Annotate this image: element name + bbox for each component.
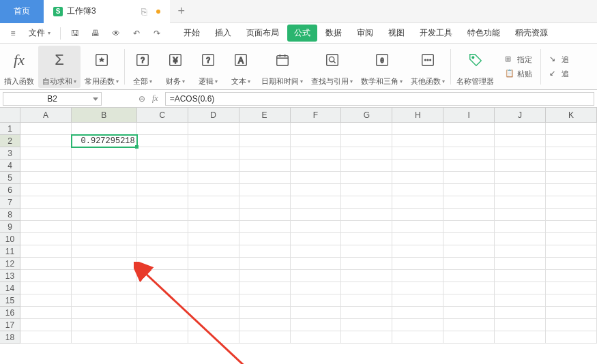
cell[interactable]	[443, 184, 495, 196]
name-manager-button[interactable]: 名称管理器	[452, 46, 498, 88]
cell[interactable]	[546, 184, 597, 196]
row-header[interactable]: 6	[0, 184, 20, 196]
cell[interactable]	[137, 123, 188, 135]
cell[interactable]	[20, 294, 72, 307]
cell[interactable]	[495, 294, 546, 307]
col-header-C[interactable]: C	[137, 108, 188, 123]
cell[interactable]	[291, 233, 342, 245]
cell[interactable]	[239, 196, 291, 209]
menu-formula[interactable]: 公式	[287, 25, 317, 42]
cell[interactable]	[392, 160, 443, 172]
cell[interactable]	[392, 196, 443, 209]
tab-workbook[interactable]: S 工作簿3 ⎘	[44, 0, 170, 23]
cell[interactable]	[443, 196, 495, 209]
cell[interactable]	[546, 160, 597, 172]
select-all-corner[interactable]	[0, 108, 20, 123]
tab-home[interactable]: 首页	[0, 0, 44, 23]
row-header[interactable]: 11	[0, 245, 20, 258]
menu-insert[interactable]: 插入	[208, 25, 238, 42]
cell[interactable]	[291, 221, 342, 233]
row-header[interactable]: 13	[0, 270, 20, 282]
cell[interactable]	[20, 307, 72, 319]
cell[interactable]	[137, 184, 188, 196]
cell[interactable]	[137, 233, 188, 245]
autosum-button[interactable]: Σ 自动求和▾	[38, 46, 81, 88]
cell[interactable]	[392, 233, 443, 245]
cell[interactable]	[495, 135, 546, 147]
row-header[interactable]: 18	[0, 331, 20, 344]
cell[interactable]	[72, 209, 137, 221]
cell[interactable]	[291, 307, 342, 319]
cell[interactable]	[443, 294, 495, 307]
cell[interactable]	[341, 172, 392, 184]
cell[interactable]	[291, 245, 342, 258]
cell[interactable]	[239, 245, 291, 258]
row-header[interactable]: 12	[0, 258, 20, 270]
cell[interactable]	[239, 221, 291, 233]
cell[interactable]	[137, 135, 188, 147]
col-header-K[interactable]: K	[546, 108, 597, 123]
cell[interactable]	[546, 209, 597, 221]
cell[interactable]	[546, 233, 597, 245]
cell[interactable]	[20, 233, 72, 245]
cell[interactable]	[137, 172, 188, 184]
cell[interactable]	[188, 160, 239, 172]
cell[interactable]	[546, 172, 597, 184]
cell[interactable]	[443, 209, 495, 221]
cell[interactable]	[20, 135, 72, 147]
menu-rice[interactable]: 稻壳资源	[508, 25, 555, 42]
cell[interactable]	[72, 147, 137, 160]
cell[interactable]	[239, 135, 291, 147]
cell[interactable]	[188, 184, 239, 196]
cell[interactable]	[239, 147, 291, 160]
cell[interactable]	[188, 196, 239, 209]
cell[interactable]	[546, 270, 597, 282]
cell[interactable]	[20, 196, 72, 209]
cell[interactable]	[188, 233, 239, 245]
cell[interactable]	[341, 147, 392, 160]
cell[interactable]	[495, 258, 546, 270]
row-header[interactable]: 7	[0, 196, 20, 209]
cell[interactable]	[546, 307, 597, 319]
menu-start[interactable]: 开始	[177, 25, 207, 42]
cell[interactable]	[72, 270, 137, 282]
cell[interactable]	[291, 196, 342, 209]
cell[interactable]	[72, 196, 137, 209]
cell[interactable]	[495, 123, 546, 135]
common-fn-button[interactable]: 常用函数▾	[81, 46, 123, 88]
cell[interactable]	[291, 184, 342, 196]
cell[interactable]	[392, 307, 443, 319]
cell[interactable]	[291, 172, 342, 184]
cell[interactable]	[495, 233, 546, 245]
cell[interactable]	[341, 184, 392, 196]
cell[interactable]	[341, 135, 392, 147]
cell[interactable]	[291, 135, 342, 147]
menu-data[interactable]: 数据	[319, 25, 349, 42]
col-header-E[interactable]: E	[239, 108, 291, 123]
cell[interactable]	[443, 160, 495, 172]
cancel-fx-icon[interactable]: ⊖	[139, 94, 145, 104]
menu-view[interactable]: 视图	[381, 25, 411, 42]
col-header-I[interactable]: I	[443, 108, 495, 123]
row-header[interactable]: 9	[0, 221, 20, 233]
cell[interactable]	[341, 294, 392, 307]
cell[interactable]	[495, 160, 546, 172]
cell[interactable]	[495, 147, 546, 160]
cell[interactable]	[392, 135, 443, 147]
cell[interactable]	[443, 331, 495, 344]
cell[interactable]	[239, 184, 291, 196]
cell[interactable]	[20, 319, 72, 331]
menu-feature[interactable]: 特色功能	[461, 25, 507, 42]
cell[interactable]	[341, 245, 392, 258]
cell[interactable]	[188, 147, 239, 160]
cell[interactable]	[495, 270, 546, 282]
cell[interactable]	[72, 245, 137, 258]
cell[interactable]	[72, 160, 137, 172]
cell[interactable]	[443, 319, 495, 331]
insert-function-button[interactable]: fx 插入函数	[0, 46, 38, 88]
cell[interactable]	[20, 282, 72, 294]
cell[interactable]	[443, 147, 495, 160]
row-header[interactable]: 2	[0, 135, 20, 147]
text-fn-button[interactable]: A 文本▾	[224, 46, 257, 88]
cell[interactable]	[137, 209, 188, 221]
